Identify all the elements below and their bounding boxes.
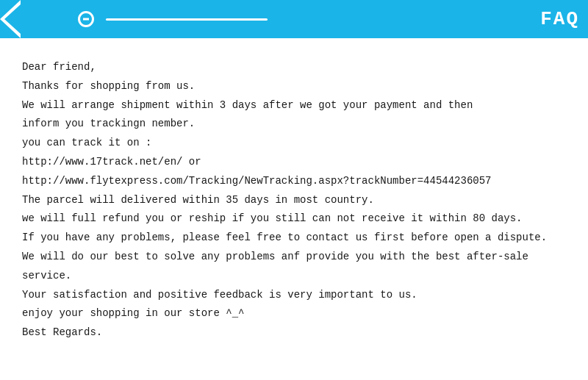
header-left [0, 0, 268, 38]
line3: inform you trackingn nember. [22, 115, 566, 133]
line6: http://www.flytexpress.com/Tracking/NewT… [22, 173, 566, 190]
line4: you can track it on : [22, 135, 566, 152]
line5: http://www.17track.net/en/ or [22, 154, 566, 171]
line12: Your satisfaction and positive feedback … [22, 287, 566, 304]
track-url-17: http://www.17track.net/en/ [22, 156, 182, 168]
line7: The parcel will delivered within 35 days… [22, 192, 566, 209]
line11: service. [22, 268, 566, 285]
line13: enjoy your shopping in our store ^_^ [22, 305, 566, 323]
line8: we will full refund you or reship if you… [22, 210, 566, 228]
nav-icon [78, 11, 94, 27]
or-text: or [182, 156, 201, 168]
greeting: Dear friend, [22, 59, 566, 76]
line9: If you have any problems, please feel fr… [22, 229, 566, 247]
header-line [106, 18, 268, 21]
line2: We will arrange shipment within 3 days a… [22, 97, 566, 115]
line10: We will do our best to solve any problem… [22, 248, 566, 266]
line14: Best Regards. [22, 324, 566, 342]
content-area: Dear friend, Thanks for shopping from us… [0, 38, 588, 358]
line1: Thanks for shopping from us. [22, 78, 566, 96]
header: FAQ [0, 0, 588, 38]
faq-title: FAQ [540, 8, 579, 30]
back-arrow-icon[interactable] [0, 0, 35, 38]
